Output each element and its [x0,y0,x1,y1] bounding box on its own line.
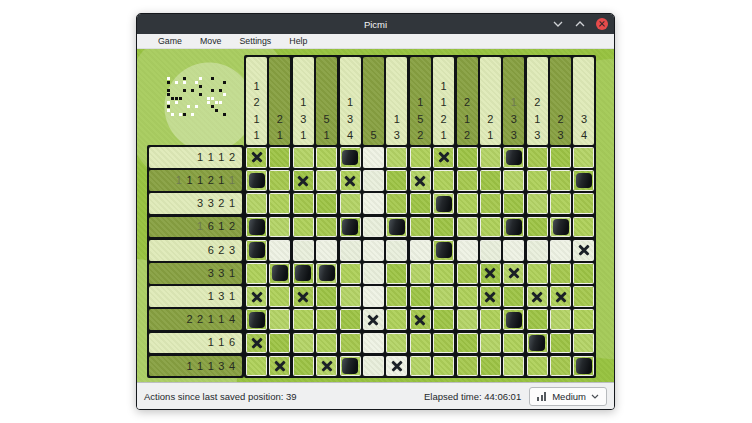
board-cell[interactable] [246,193,267,214]
board-cell[interactable] [573,333,594,354]
board-cell[interactable] [503,170,524,191]
board-cell[interactable] [293,240,314,261]
board-cell[interactable] [410,356,431,377]
titlebar[interactable]: Picmi [137,14,614,34]
board-cell[interactable] [386,356,407,377]
board-cell[interactable] [340,356,361,377]
board-cell[interactable] [550,356,571,377]
board-cell[interactable] [480,193,501,214]
board-cell[interactable] [363,193,384,214]
board-cell[interactable] [410,193,431,214]
board-cell[interactable] [433,240,454,261]
board-cell[interactable] [316,170,337,191]
board-cell[interactable] [503,240,524,261]
board-cell[interactable] [316,147,337,168]
board-cell[interactable] [410,286,431,307]
board-cell[interactable] [527,356,548,377]
board-cell[interactable] [363,286,384,307]
board-cell[interactable] [480,263,501,284]
board-cell[interactable] [363,217,384,238]
board-cell[interactable] [503,309,524,330]
board-cell[interactable] [457,240,478,261]
board-cell[interactable] [316,217,337,238]
board-cell[interactable] [433,193,454,214]
board-cell[interactable] [246,286,267,307]
board-cell[interactable] [293,193,314,214]
board-cell[interactable] [457,147,478,168]
board-cell[interactable] [480,170,501,191]
board-cell[interactable] [340,147,361,168]
board-cell[interactable] [457,217,478,238]
board-cell[interactable] [433,356,454,377]
board-cell[interactable] [316,309,337,330]
board-cell[interactable] [550,217,571,238]
menu-item-settings[interactable]: Settings [230,34,280,48]
board-cell[interactable] [527,240,548,261]
board-cell[interactable] [503,147,524,168]
board-cell[interactable] [550,147,571,168]
board-cell[interactable] [269,309,290,330]
board-cell[interactable] [457,309,478,330]
board-cell[interactable] [503,333,524,354]
board-cell[interactable] [269,286,290,307]
menu-item-help[interactable]: Help [280,34,316,48]
board-cell[interactable] [340,263,361,284]
board-cell[interactable] [480,286,501,307]
board-cell[interactable] [246,309,267,330]
board-cell[interactable] [246,217,267,238]
board-cell[interactable] [457,170,478,191]
board-cell[interactable] [457,333,478,354]
board-cell[interactable] [503,286,524,307]
board-cell[interactable] [480,217,501,238]
board-cell[interactable] [550,263,571,284]
board-cell[interactable] [457,193,478,214]
board-cell[interactable] [433,309,454,330]
board-cell[interactable] [293,286,314,307]
board-cell[interactable] [246,356,267,377]
board-cell[interactable] [386,263,407,284]
board-cell[interactable] [340,217,361,238]
board-cell[interactable] [386,170,407,191]
board-cell[interactable] [433,333,454,354]
board-cell[interactable] [527,286,548,307]
board-cell[interactable] [503,356,524,377]
board-cell[interactable] [573,147,594,168]
board-cell[interactable] [433,147,454,168]
board-cell[interactable] [480,356,501,377]
board-cell[interactable] [316,286,337,307]
board-cell[interactable] [340,309,361,330]
board-cell[interactable] [410,147,431,168]
board-cell[interactable] [550,286,571,307]
board-cell[interactable] [340,193,361,214]
board-cell[interactable] [340,170,361,191]
board-cell[interactable] [269,193,290,214]
board-cell[interactable] [503,217,524,238]
board-cell[interactable] [480,147,501,168]
board-cell[interactable] [293,263,314,284]
board-cell[interactable] [246,170,267,191]
board-cell[interactable] [386,309,407,330]
board-cell[interactable] [433,170,454,191]
board-cell[interactable] [269,356,290,377]
board-cell[interactable] [269,263,290,284]
difficulty-dropdown[interactable]: Medium [529,387,607,406]
board-cell[interactable] [246,240,267,261]
board-cell[interactable] [246,263,267,284]
board-cell[interactable] [293,147,314,168]
board-cell[interactable] [573,193,594,214]
board-cell[interactable] [457,263,478,284]
board-cell[interactable] [433,217,454,238]
board-cell[interactable] [363,263,384,284]
board-cell[interactable] [503,263,524,284]
menu-item-game[interactable]: Game [149,34,191,48]
board-cell[interactable] [433,286,454,307]
board-cell[interactable] [527,193,548,214]
board-cell[interactable] [340,240,361,261]
board-cell[interactable] [550,333,571,354]
board-cell[interactable] [457,356,478,377]
board-cell[interactable] [386,286,407,307]
board-cell[interactable] [269,170,290,191]
board-cell[interactable] [457,286,478,307]
board-cell[interactable] [573,309,594,330]
board-cell[interactable] [293,170,314,191]
